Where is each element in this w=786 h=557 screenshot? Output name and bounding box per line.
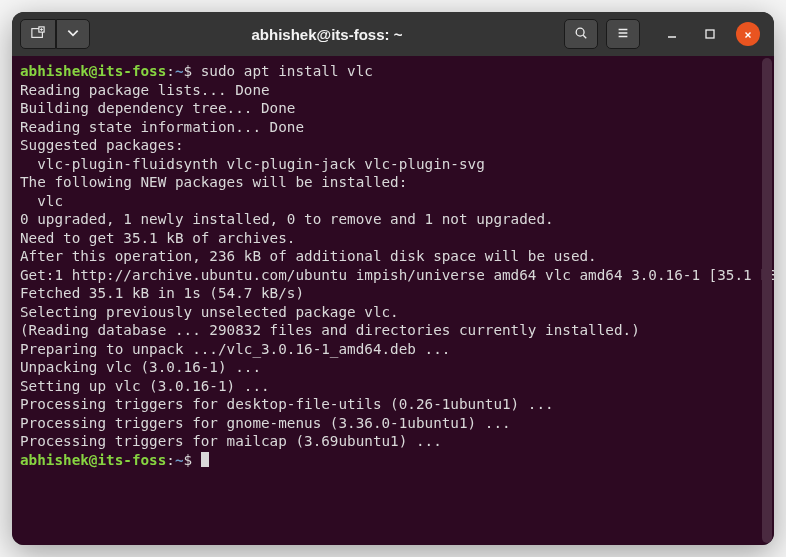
search-icon [574, 25, 588, 44]
output-line: vlc-plugin-fluidsynth vlc-plugin-jack vl… [20, 155, 774, 174]
svg-point-4 [576, 28, 584, 36]
output-line: Get:1 http://archive.ubuntu.com/ubuntu i… [20, 266, 774, 285]
prompt-path: ~ [175, 452, 184, 468]
prompt-path: ~ [175, 63, 184, 79]
output-line: 0 upgraded, 1 newly installed, 0 to remo… [20, 210, 774, 229]
output-line: Unpacking vlc (3.0.16-1) ... [20, 358, 774, 377]
output-line: Reading state information... Done [20, 118, 774, 137]
output-line: Reading package lists... Done [20, 81, 774, 100]
prompt-dollar: $ [184, 452, 193, 468]
output-line: Fetched 35.1 kB in 1s (54.7 kB/s) [20, 284, 774, 303]
prompt-separator: : [166, 63, 175, 79]
output-line: After this operation, 236 kB of addition… [20, 247, 774, 266]
output-line: (Reading database ... 290832 files and d… [20, 321, 774, 340]
maximize-button[interactable] [698, 22, 722, 46]
output-line: Processing triggers for gnome-menus (3.3… [20, 414, 774, 433]
tab-dropdown-button[interactable] [56, 19, 90, 49]
cursor [201, 452, 209, 467]
minimize-icon [666, 25, 678, 44]
titlebar-right [564, 19, 766, 49]
minimize-button[interactable] [660, 22, 684, 46]
terminal-area[interactable]: abhishek@its-foss:~$ sudo apt install vl… [12, 56, 774, 545]
terminal-window: abhishek@its-foss: ~ [12, 12, 774, 545]
prompt-separator: : [166, 452, 175, 468]
output-line: Setting up vlc (3.0.16-1) ... [20, 377, 774, 396]
output-line: vlc [20, 192, 774, 211]
prompt-user-host: abhishek@its-foss [20, 63, 166, 79]
prompt-user-host: abhishek@its-foss [20, 452, 166, 468]
terminal-output: Reading package lists... DoneBuilding de… [20, 81, 774, 451]
close-icon [743, 25, 753, 44]
new-tab-button[interactable] [20, 19, 56, 49]
svg-line-5 [583, 35, 586, 38]
command-text: sudo apt install vlc [192, 63, 373, 79]
output-line: Need to get 35.1 kB of archives. [20, 229, 774, 248]
output-line: Building dependency tree... Done [20, 99, 774, 118]
new-tab-icon [31, 25, 45, 44]
maximize-icon [704, 25, 716, 44]
search-button[interactable] [564, 19, 598, 49]
output-line: Selecting previously unselected package … [20, 303, 774, 322]
output-line: Suggested packages: [20, 136, 774, 155]
chevron-down-icon [66, 25, 80, 44]
svg-rect-10 [706, 30, 714, 38]
window-title: abhishek@its-foss: ~ [94, 26, 560, 43]
output-line: The following NEW packages will be insta… [20, 173, 774, 192]
prompt-line-1: abhishek@its-foss:~$ sudo apt install vl… [20, 62, 774, 81]
prompt-dollar: $ [184, 63, 193, 79]
hamburger-icon [616, 25, 630, 44]
output-line: Processing triggers for mailcap (3.69ubu… [20, 432, 774, 451]
scrollbar[interactable] [762, 58, 772, 543]
prompt-line-2: abhishek@its-foss:~$ [20, 451, 774, 470]
output-line: Processing triggers for desktop-file-uti… [20, 395, 774, 414]
menu-button[interactable] [606, 19, 640, 49]
close-button[interactable] [736, 22, 760, 46]
output-line: Preparing to unpack .../vlc_3.0.16-1_amd… [20, 340, 774, 359]
titlebar-left [20, 19, 90, 49]
titlebar[interactable]: abhishek@its-foss: ~ [12, 12, 774, 56]
window-controls [660, 22, 760, 46]
